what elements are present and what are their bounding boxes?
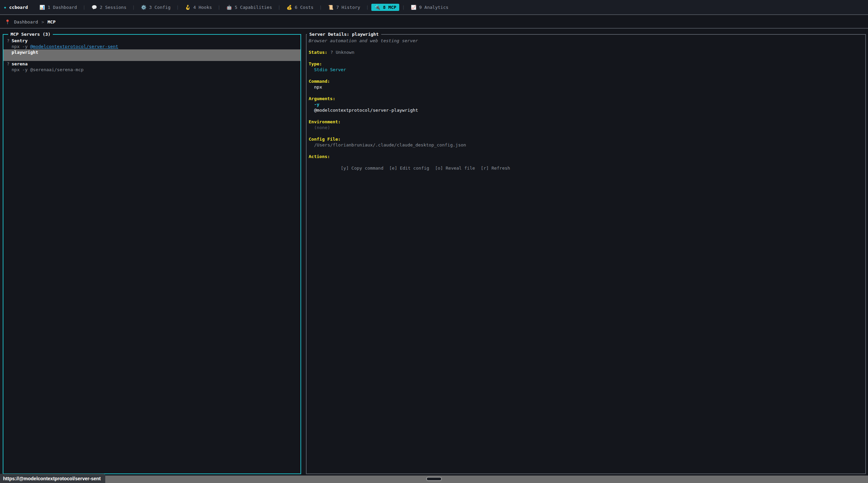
argument-flag: -y [309, 102, 865, 107]
list-item-sentry[interactable]: ?Sentry npx -y @modelcontextprotocol/ser… [3, 38, 300, 49]
tab-separator: | [83, 5, 86, 10]
tab-sessions[interactable]: 💬 2 Sessions [88, 4, 129, 11]
scroll-icon: 📜 [328, 5, 334, 10]
pushpin-icon: 📍 [5, 19, 10, 25]
main-area: MCP Servers (3) ?Sentry npx -y @modelcon… [0, 29, 868, 476]
tab-sessions-label: 2 Sessions [100, 5, 126, 10]
tab-config[interactable]: ⚙️ 3 Config [138, 4, 174, 11]
type-value: Stdio Server [309, 67, 865, 73]
environment-label: Environment: [309, 119, 865, 125]
money-bag-icon: 💰 [286, 5, 292, 10]
tab-mcp-label: 8 MCP [383, 5, 396, 10]
server-details-panel: Server Details: playwright Browser autom… [306, 34, 866, 474]
hook-icon: 🪝 [185, 5, 191, 10]
server-details-panel-title: Server Details: playwright [307, 31, 381, 37]
action-copy-command[interactable]: [y] Copy command [341, 166, 383, 171]
tab-dashboard[interactable]: 📊 1 Dashboard [36, 4, 80, 11]
list-item-serena[interactable]: ?serena npx -y @serenaai/serena-mcp [3, 61, 300, 73]
arguments-label: Arguments: [309, 96, 865, 102]
breadcrumb-separator: > [42, 19, 44, 25]
tab-separator: | [278, 5, 281, 10]
tab-capabilities[interactable]: 🤖 5 Capabilities [223, 4, 275, 11]
tab-separator: | [402, 5, 405, 10]
horizontal-scrollbar-thumb[interactable] [426, 477, 442, 481]
tab-history-label: 7 History [336, 5, 360, 10]
actions-row: [y] Copy command[e] Edit config[o] Revea… [309, 159, 865, 177]
tab-analytics[interactable]: 📈 9 Analytics [407, 4, 451, 11]
status-label: Status: [309, 50, 327, 55]
tab-dashboard-label: 1 Dashboard [48, 5, 77, 10]
tab-separator: | [319, 5, 322, 10]
actions-label: Actions: [309, 154, 865, 159]
status-value: ? Unknown [330, 50, 354, 55]
action-reveal-file[interactable]: [o] Reveal file [435, 166, 475, 171]
mcp-servers-panel: MCP Servers (3) ?Sentry npx -y @modelcon… [3, 34, 301, 474]
tab-capabilities-label: 5 Capabilities [235, 5, 272, 10]
chart-increasing-icon: 📈 [410, 5, 417, 10]
robot-icon: 🤖 [226, 5, 232, 10]
app-brand: ccboard [9, 5, 28, 10]
breadcrumb: 📍 Dashboard > MCP [0, 16, 868, 29]
tab-separator: | [132, 5, 135, 10]
server-description: Browser automation and web testing serve… [309, 38, 865, 44]
plug-icon: 🔌 [374, 5, 381, 10]
status-unknown-icon: ? [7, 38, 12, 44]
tab-config-label: 3 Config [149, 5, 171, 10]
argument-package: @modelcontextprotocol/server-playwright [309, 107, 865, 113]
link-preview-tooltip: https://@modelcontextprotocol/server-sen… [0, 474, 105, 483]
tab-hooks[interactable]: 🪝 4 Hooks [182, 4, 215, 11]
server-details-content: Browser automation and web testing serve… [307, 35, 865, 177]
tab-separator: | [218, 5, 220, 10]
server-name: Sentry [12, 38, 28, 43]
tab-separator: | [176, 5, 179, 10]
tab-hooks-label: 4 Hooks [193, 5, 212, 10]
speech-balloon-icon: 💬 [91, 5, 97, 10]
environment-value: (none) [309, 125, 865, 130]
type-label: Type: [309, 61, 865, 67]
server-name: playwright [12, 50, 38, 55]
list-item-playwright[interactable]: playwright [3, 49, 300, 61]
tab-separator: | [366, 5, 369, 10]
breadcrumb-item-dashboard[interactable]: Dashboard [14, 19, 38, 25]
server-command-prefix: npx -y @serenaai/serena-mcp [12, 67, 83, 72]
config-file-path: /Users/florianbruniaux/.claude/claude_de… [309, 142, 865, 148]
action-refresh[interactable]: [r] Refresh [481, 166, 510, 171]
gear-icon: ⚙️ [141, 5, 147, 10]
status-unknown-icon: ? [7, 61, 12, 67]
dashboard-icon: 📊 [39, 5, 45, 10]
breadcrumb-current: MCP [48, 19, 56, 25]
brand-dot-icon: ◆ [4, 5, 6, 9]
tab-costs-label: 6 Costs [295, 5, 313, 10]
server-package-link[interactable]: @modelcontextprotocol/server-sent [30, 44, 118, 49]
tab-history[interactable]: 📜 7 History [325, 4, 363, 11]
tab-analytics-label: 9 Analytics [419, 5, 448, 10]
bottom-scrollbar-track[interactable] [0, 476, 868, 483]
tab-costs[interactable]: 💰 6 Costs [283, 4, 316, 11]
status-row: Status:? Unknown [309, 49, 865, 55]
tab-mcp[interactable]: 🔌 8 MCP [371, 4, 399, 11]
server-name: serena [12, 61, 28, 66]
config-file-label: Config File: [309, 136, 865, 142]
server-command-prefix: npx -y [12, 44, 30, 49]
command-label: Command: [309, 78, 865, 84]
mcp-servers-panel-title: MCP Servers (3) [8, 31, 53, 37]
command-value: npx [309, 84, 865, 90]
mcp-server-list: ?Sentry npx -y @modelcontextprotocol/ser… [3, 35, 300, 73]
top-tab-bar: ◆ ccboard 📊 1 Dashboard | 💬 2 Sessions |… [0, 0, 868, 15]
action-edit-config[interactable]: [e] Edit config [389, 166, 429, 171]
